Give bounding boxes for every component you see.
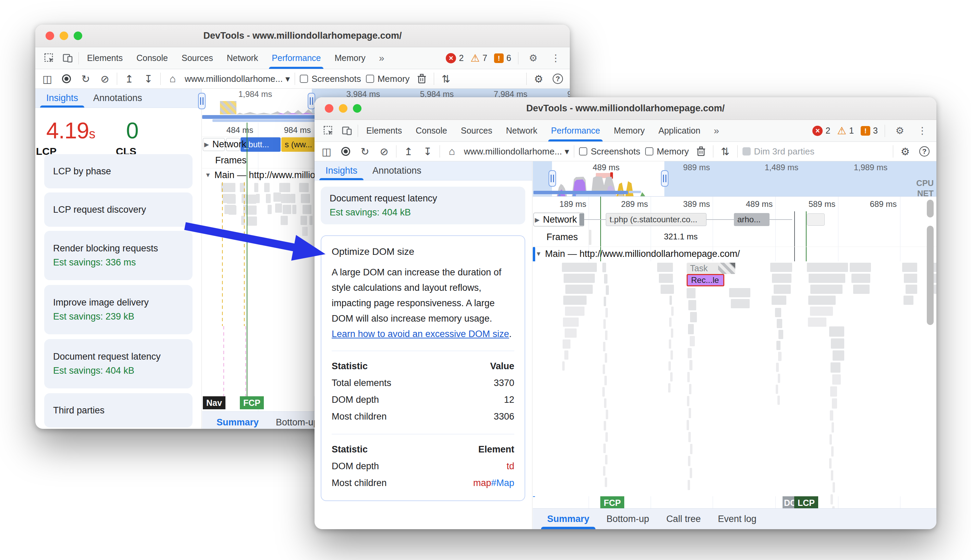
screenshots-checkbox[interactable] — [579, 147, 587, 155]
dom-size-learn-link[interactable]: Learn how to avoid an excessive DOM size — [332, 329, 509, 339]
vertical-scrollbar[interactable] — [927, 200, 934, 498]
help-icon[interactable]: ? — [551, 72, 565, 86]
tab-performance[interactable]: Performance — [266, 47, 326, 69]
insight-card-document-request-latency[interactable]: Document request latency Est savings: 40… — [321, 187, 525, 224]
tab-annotations[interactable]: Annotations — [86, 89, 150, 108]
tab-event-log[interactable]: Event log — [710, 508, 764, 529]
clear-button[interactable]: ⊘ — [377, 144, 391, 158]
fcp-marker-badge[interactable]: FCP — [600, 496, 624, 509]
minimize-window-button[interactable] — [60, 32, 68, 40]
collect-garbage-icon[interactable] — [694, 144, 708, 158]
kebab-menu-icon[interactable]: ⋮ — [548, 50, 564, 66]
kebab-menu-icon[interactable]: ⋮ — [914, 123, 930, 139]
element-link-map[interactable]: map#Map — [436, 475, 514, 492]
screenshots-checkbox[interactable] — [300, 75, 308, 83]
lcp-marker-badge[interactable]: LCP — [794, 496, 818, 509]
insight-card-third-parties[interactable]: Third parties — [44, 393, 193, 427]
minimap-left-handle[interactable] — [198, 93, 205, 109]
screenshots-checkbox-row[interactable]: Screenshots — [579, 146, 641, 157]
insight-card-lcp-by-phase[interactable]: LCP by phase — [44, 154, 193, 188]
device-toolbar-icon[interactable] — [60, 50, 76, 66]
inspect-icon[interactable] — [321, 123, 337, 139]
minimize-window-button[interactable] — [339, 104, 347, 113]
tab-bottom-up[interactable]: Bottom-up — [599, 508, 657, 529]
error-count-badge[interactable]: × 2 — [813, 126, 830, 136]
main-track-header[interactable]: ▼ Main — http://www.milliondollarhomepag… — [533, 247, 936, 261]
tab-memory[interactable]: Memory — [329, 47, 371, 69]
memory-checkbox-row[interactable]: Memory — [645, 146, 689, 157]
capture-settings-gear-icon[interactable]: ⚙ — [531, 72, 546, 86]
tab-sources[interactable]: Sources — [176, 47, 219, 69]
insight-card-render-blocking[interactable]: Render blocking requests Est savings: 33… — [44, 231, 193, 280]
clear-button[interactable]: ⊘ — [98, 72, 112, 86]
collect-garbage-icon[interactable] — [415, 72, 429, 86]
home-icon[interactable]: ⌂ — [165, 72, 180, 86]
toggle-sidebar-icon[interactable]: ◫ — [319, 144, 334, 158]
help-icon[interactable]: ? — [917, 144, 932, 158]
tab-elements[interactable]: Elements — [361, 120, 407, 142]
tab-console[interactable]: Console — [410, 120, 453, 142]
dcl-marker-badge[interactable]: DCL — [782, 496, 794, 509]
device-toolbar-icon[interactable] — [339, 123, 355, 139]
record-button[interactable] — [339, 144, 353, 158]
minimap-right-handle[interactable] — [661, 170, 669, 187]
request-drag-handle[interactable] — [579, 213, 584, 226]
tab-console[interactable]: Console — [131, 47, 174, 69]
save-profile-icon[interactable]: ↧ — [141, 72, 155, 86]
more-tabs-icon[interactable]: » — [709, 123, 724, 139]
reload-and-record-button[interactable]: ↻ — [358, 144, 372, 158]
load-profile-icon[interactable]: ↥ — [122, 72, 136, 86]
network-request-tphp[interactable]: t.php (c.statcounter.co... — [606, 213, 706, 226]
tab-sources[interactable]: Sources — [455, 120, 498, 142]
insight-card-lcp-request-discovery[interactable]: LCP request discovery — [44, 192, 193, 227]
timeline-minimap[interactable]: 489 ms 989 ms 1,489 ms 1,989 ms CPU — [533, 161, 936, 197]
element-link-td[interactable]: td — [436, 458, 514, 475]
tab-network[interactable]: Network — [221, 47, 264, 69]
settings-gear-icon[interactable]: ⚙ — [892, 123, 908, 139]
frames-track-label[interactable]: Frames — [547, 232, 578, 242]
network-request[interactable] — [807, 213, 825, 226]
settings-gear-icon[interactable]: ⚙ — [525, 50, 541, 66]
close-window-button[interactable] — [325, 104, 334, 113]
collapse-tracks-icon[interactable]: ⇅ — [439, 72, 453, 86]
main-flame-chart[interactable] — [533, 261, 936, 496]
warning-count-badge[interactable]: ⚠ 1 — [837, 126, 854, 136]
memory-checkbox[interactable] — [366, 75, 374, 83]
tab-annotations[interactable]: Annotations — [365, 161, 429, 180]
tab-insights[interactable]: Insights — [39, 89, 86, 108]
page-select[interactable]: www.milliondollarhome... ▾ — [464, 146, 569, 157]
minimap-left-handle[interactable] — [549, 170, 556, 187]
minimap-right-handle[interactable] — [308, 93, 315, 109]
tab-network[interactable]: Network — [501, 120, 543, 142]
tab-application[interactable]: Application — [653, 120, 706, 142]
tab-elements[interactable]: Elements — [82, 47, 128, 69]
more-tabs-icon[interactable]: » — [374, 50, 390, 66]
issues-count-badge[interactable]: ! 6 — [494, 53, 511, 63]
inspect-icon[interactable] — [42, 50, 57, 66]
tab-call-tree[interactable]: Call tree — [659, 508, 709, 529]
tab-performance[interactable]: Performance — [546, 120, 606, 142]
insight-card-improve-image-delivery[interactable]: Improve image delivery Est savings: 239 … — [44, 285, 193, 334]
recalculate-style-bar[interactable]: Rec...le — [687, 274, 724, 286]
tab-summary[interactable]: Summary — [540, 508, 597, 529]
insight-card-document-request-latency[interactable]: Document request latency Est savings: 40… — [44, 339, 193, 388]
tab-memory[interactable]: Memory — [608, 120, 650, 142]
dim-3rd-parties-row[interactable]: Dim 3rd parties — [742, 146, 814, 157]
screenshots-checkbox-row[interactable]: Screenshots — [300, 73, 361, 84]
tab-insights[interactable]: Insights — [318, 161, 365, 180]
zoom-window-button[interactable] — [353, 104, 362, 113]
memory-checkbox[interactable] — [645, 147, 653, 155]
save-profile-icon[interactable]: ↧ — [420, 144, 435, 158]
network-request-arho[interactable]: arho... — [734, 213, 769, 226]
tab-summary[interactable]: Summary — [209, 412, 266, 429]
load-profile-icon[interactable]: ↥ — [401, 144, 415, 158]
insight-card-optimize-dom-size[interactable]: Optimize DOM size A large DOM can increa… — [321, 235, 525, 501]
record-button[interactable] — [59, 72, 73, 86]
capture-settings-gear-icon[interactable]: ⚙ — [898, 144, 913, 158]
home-icon[interactable]: ⌂ — [445, 144, 459, 158]
warning-count-badge[interactable]: ⚠ 7 — [470, 53, 487, 63]
reload-and-record-button[interactable]: ↻ — [78, 72, 93, 86]
zoom-window-button[interactable] — [73, 32, 82, 40]
collapse-tracks-icon[interactable]: ⇅ — [718, 144, 732, 158]
fcp-marker-badge[interactable]: FCP — [240, 396, 264, 409]
